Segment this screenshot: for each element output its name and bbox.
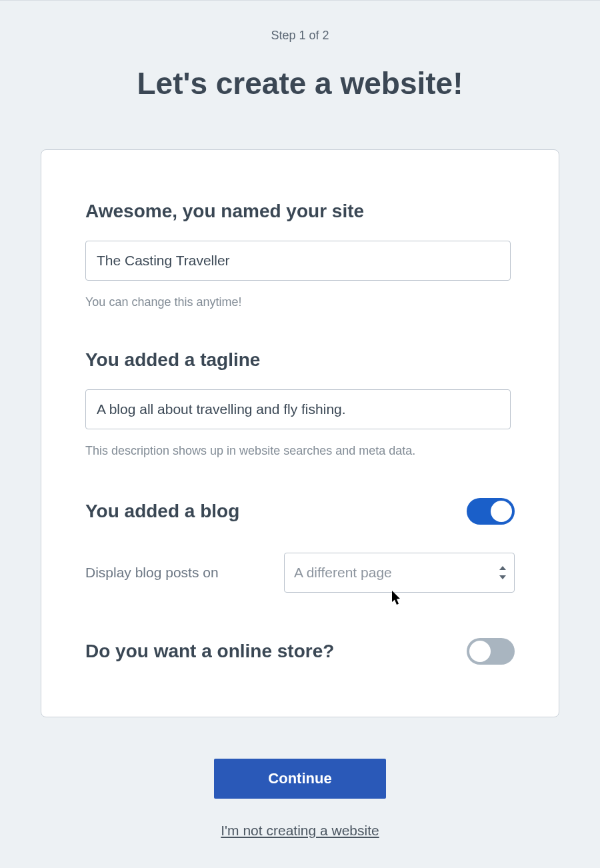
page-title: Let's create a website! [137,65,463,101]
form-card: Awesome, you named your site You can cha… [41,149,559,717]
continue-button[interactable]: Continue [214,759,386,799]
tagline-input[interactable] [85,389,511,429]
site-name-heading: Awesome, you named your site [85,201,515,222]
footer-actions: Continue I'm not creating a website [214,759,386,839]
blog-display-label: Display blog posts on [85,565,219,581]
site-name-helper: You can change this anytime! [85,295,515,309]
toggle-handle [469,641,491,662]
toggle-handle [491,501,512,522]
step-indicator: Step 1 of 2 [271,29,329,43]
store-heading: Do you want a online store? [85,641,334,662]
tagline-helper: This description shows up in website sea… [85,444,515,458]
site-name-input[interactable] [85,241,511,281]
blog-toggle[interactable] [467,498,515,525]
blog-display-value: A different page [294,565,392,581]
skip-link[interactable]: I'm not creating a website [221,823,379,839]
blog-display-select[interactable]: A different page [284,553,515,593]
store-section: Do you want a online store? [85,638,515,665]
blog-section: You added a blog Display blog posts on A… [85,498,515,593]
tagline-heading: You added a tagline [85,349,515,371]
blog-heading: You added a blog [85,501,239,522]
site-name-section: Awesome, you named your site You can cha… [85,201,515,309]
store-toggle[interactable] [467,638,515,665]
tagline-section: You added a tagline This description sho… [85,349,515,458]
